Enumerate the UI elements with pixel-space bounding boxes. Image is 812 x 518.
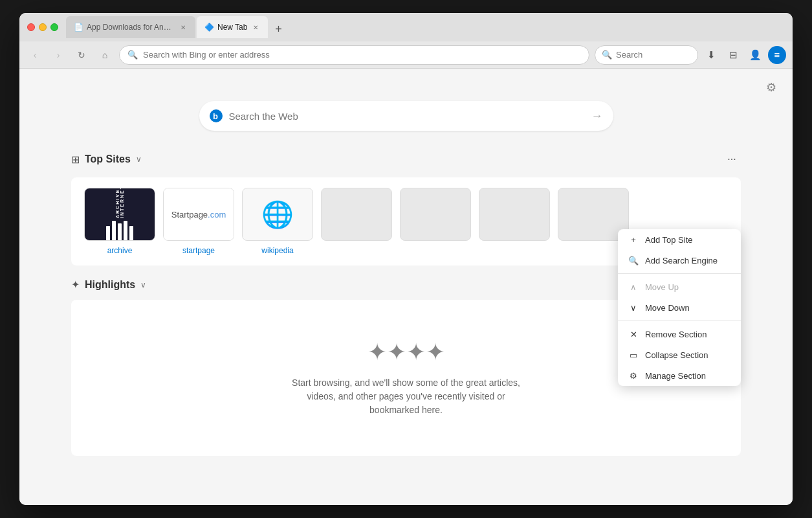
sparkle-icon: ✦✦✦✦ bbox=[368, 339, 445, 366]
bing-logo-icon: b bbox=[210, 109, 223, 122]
tabs-area: 📄 App Downloads for Android - Do... ✕ 🔷 … bbox=[66, 16, 785, 38]
menu-item-collapse-section-label: Collapse Section bbox=[645, 350, 708, 360]
tab-2-close[interactable]: ✕ bbox=[251, 23, 260, 32]
tab-1-favicon: 📄 bbox=[74, 23, 83, 32]
address-input[interactable] bbox=[143, 50, 581, 60]
forward-button[interactable]: › bbox=[49, 46, 67, 64]
minimize-button[interactable] bbox=[39, 23, 47, 31]
profile-button[interactable]: 👤 bbox=[746, 46, 764, 64]
archive-preview: INTERNET ARCHIVE bbox=[85, 188, 155, 240]
search-hero-box[interactable]: b → bbox=[199, 101, 613, 131]
menu-item-collapse-section[interactable]: ▭ Collapse Section bbox=[618, 344, 741, 365]
search-arrow-icon: → bbox=[591, 109, 603, 123]
site-thumbnail-archive: INTERNET ARCHIVE bbox=[84, 188, 155, 241]
highlights-title-group: ✦ Highlights ∨ bbox=[71, 278, 146, 291]
browser-window: 📄 App Downloads for Android - Do... ✕ 🔷 … bbox=[19, 13, 793, 505]
back-button[interactable]: ‹ bbox=[26, 46, 44, 64]
traffic-lights bbox=[27, 23, 58, 31]
search-hero: b → bbox=[19, 69, 793, 131]
wikipedia-globe-icon: 🌐 bbox=[261, 199, 294, 230]
site-tile-empty-3[interactable] bbox=[479, 188, 550, 255]
menu-item-add-top-site-label: Add Top Site bbox=[645, 235, 692, 245]
menu-item-add-top-site[interactable]: + Add Top Site bbox=[618, 229, 741, 250]
menu-item-remove-section[interactable]: ✕ Remove Section bbox=[618, 324, 741, 344]
tab-2-favicon: 🔷 bbox=[204, 23, 214, 32]
site-label-archive: archive bbox=[107, 246, 133, 255]
svg-text:b: b bbox=[213, 111, 218, 121]
context-menu: + Add Top Site 🔍 Add Search Engine ∧ Mov… bbox=[618, 229, 741, 386]
highlights-title: Highlights bbox=[85, 279, 135, 291]
move-up-icon: ∧ bbox=[628, 282, 639, 292]
menu-item-add-search-engine[interactable]: 🔍 Add Search Engine bbox=[618, 250, 741, 271]
site-thumbnail-wikipedia: 🌐 bbox=[242, 188, 313, 241]
menu-item-move-up-label: Move Up bbox=[645, 282, 679, 292]
manage-icon: ⚙ bbox=[628, 370, 639, 381]
refresh-button[interactable]: ↻ bbox=[72, 46, 91, 64]
remove-icon: ✕ bbox=[628, 329, 639, 339]
tab-1-label: App Downloads for Android - Do... bbox=[87, 23, 175, 32]
top-sites-chevron-icon[interactable]: ∨ bbox=[136, 155, 142, 164]
collections-button[interactable]: ⊟ bbox=[724, 46, 742, 64]
search-engine-icon: 🔍 bbox=[628, 255, 639, 265]
site-tile-empty-2[interactable] bbox=[400, 188, 471, 255]
menu-item-add-search-engine-label: Add Search Engine bbox=[645, 256, 718, 265]
menu-item-move-down-label: Move Down bbox=[645, 303, 690, 313]
nav-bar: ‹ › ↻ ⌂ 🔍 🔍 ⬇ ⊟ 👤 ≡ bbox=[19, 41, 793, 69]
page-settings-button[interactable]: ⚙ bbox=[762, 78, 781, 97]
highlights-empty-text: Start browsing, and we'll show some of t… bbox=[292, 376, 520, 417]
menu-button[interactable]: ≡ bbox=[768, 46, 786, 64]
site-tile-startpage[interactable]: Startpage.com startpage bbox=[163, 188, 234, 255]
tab-1[interactable]: 📄 App Downloads for Android - Do... ✕ bbox=[66, 16, 195, 38]
move-down-icon: ∨ bbox=[628, 302, 639, 313]
add-icon: + bbox=[628, 234, 639, 245]
close-button[interactable] bbox=[27, 23, 35, 31]
search-bar-right[interactable]: 🔍 bbox=[595, 45, 698, 65]
tab-2-label: New Tab bbox=[217, 23, 247, 32]
search-hero-input[interactable] bbox=[229, 111, 585, 122]
nav-icons-right: 🔍 ⬇ ⊟ 👤 ≡ bbox=[595, 45, 786, 65]
title-bar: 📄 App Downloads for Android - Do... ✕ 🔷 … bbox=[19, 13, 793, 41]
top-sites-title: Top Sites bbox=[85, 153, 131, 165]
site-tile-archive[interactable]: INTERNET ARCHIVE archive bbox=[84, 188, 155, 255]
search-bar-icon: 🔍 bbox=[602, 50, 612, 60]
site-label-wikipedia: wikipedia bbox=[261, 246, 293, 255]
menu-separator-1 bbox=[618, 273, 741, 274]
address-bar[interactable]: 🔍 bbox=[119, 45, 589, 65]
page-content: ⚙ b → ⊞ Top Sites ∨ ··· bbox=[19, 69, 793, 505]
menu-item-manage-section-label: Manage Section bbox=[645, 371, 706, 381]
site-thumbnail-empty-2 bbox=[400, 188, 471, 241]
collapse-icon: ▭ bbox=[628, 350, 639, 360]
site-label-startpage: startpage bbox=[182, 246, 215, 255]
top-sites-title-group: ⊞ Top Sites ∨ bbox=[71, 153, 142, 166]
menu-item-remove-section-label: Remove Section bbox=[645, 330, 707, 339]
tab-2[interactable]: 🔷 New Tab ✕ bbox=[197, 16, 268, 38]
menu-item-move-up[interactable]: ∧ Move Up bbox=[618, 276, 741, 297]
highlights-icon: ✦ bbox=[71, 278, 80, 291]
site-thumbnail-empty-3 bbox=[479, 188, 550, 241]
highlights-chevron-icon[interactable]: ∨ bbox=[140, 280, 146, 289]
site-tile-wikipedia[interactable]: 🌐 wikipedia bbox=[242, 188, 313, 255]
downloads-button[interactable]: ⬇ bbox=[702, 46, 720, 64]
startpage-preview: Startpage.com bbox=[164, 188, 234, 240]
site-tile-empty-1[interactable] bbox=[321, 188, 392, 255]
site-thumbnail-startpage: Startpage.com bbox=[163, 188, 234, 241]
site-thumbnail-empty-1 bbox=[321, 188, 392, 241]
search-icon: 🔍 bbox=[127, 50, 138, 60]
home-button[interactable]: ⌂ bbox=[96, 46, 114, 64]
top-sites-menu-button[interactable]: ··· bbox=[723, 150, 741, 168]
maximize-button[interactable] bbox=[50, 23, 58, 31]
menu-separator-2 bbox=[618, 321, 741, 321]
new-tab-button[interactable]: + bbox=[269, 20, 287, 38]
tab-1-close[interactable]: ✕ bbox=[179, 23, 188, 32]
menu-item-manage-section[interactable]: ⚙ Manage Section bbox=[618, 365, 741, 386]
menu-item-move-down[interactable]: ∨ Move Down bbox=[618, 297, 741, 318]
top-sites-icon: ⊞ bbox=[71, 153, 80, 166]
top-sites-header: ⊞ Top Sites ∨ ··· bbox=[71, 150, 741, 168]
